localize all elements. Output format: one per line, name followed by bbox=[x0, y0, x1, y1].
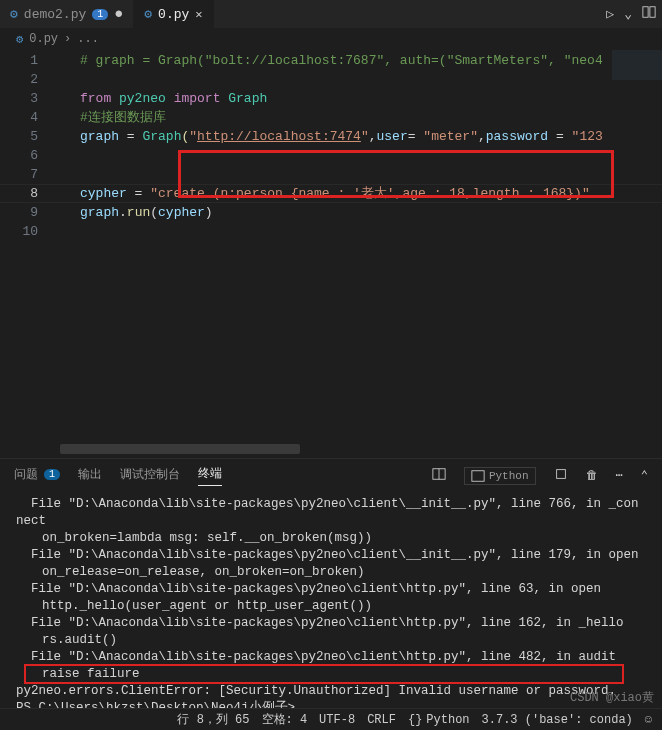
tab-badge: 1 bbox=[92, 9, 108, 20]
breadcrumb-more: ... bbox=[77, 32, 99, 46]
minimap[interactable] bbox=[612, 50, 662, 458]
annotation-box bbox=[178, 150, 614, 198]
tab-label: demo2.py bbox=[24, 7, 86, 22]
status-language[interactable]: {} Python bbox=[408, 713, 470, 727]
code-area[interactable]: # graph = Graph("bolt://localhost:7687",… bbox=[80, 50, 662, 241]
tab-output[interactable]: 输出 bbox=[78, 466, 102, 486]
status-encoding[interactable]: UTF-8 bbox=[319, 713, 355, 727]
curly-icon: {} bbox=[408, 713, 422, 727]
run-button[interactable]: ▷ bbox=[606, 6, 614, 22]
breadcrumb-file: 0.py bbox=[29, 32, 58, 46]
python-file-icon: ⚙ bbox=[10, 6, 18, 22]
horizontal-scrollbar[interactable] bbox=[60, 444, 300, 454]
status-interpreter[interactable]: 3.7.3 ('base': conda) bbox=[482, 713, 633, 727]
feedback-icon[interactable]: ☺ bbox=[645, 713, 652, 727]
status-bar: 行 8，列 65 空格: 4 UTF-8 CRLF {} Python 3.7.… bbox=[0, 708, 662, 730]
chevron-up-icon[interactable]: ⌃ bbox=[641, 468, 648, 483]
tab-problems[interactable]: 问题 1 bbox=[14, 466, 60, 486]
tab-debug-console[interactable]: 调试控制台 bbox=[120, 466, 180, 486]
terminal-output[interactable]: File "D:\Anaconda\lib\site-packages\py2n… bbox=[0, 492, 662, 708]
close-icon[interactable]: ✕ bbox=[195, 7, 202, 22]
editor-actions: ▷ ⌄ bbox=[606, 0, 656, 28]
watermark: CSDN @xiao黄 bbox=[570, 689, 654, 706]
python-file-icon: ⚙ bbox=[144, 6, 152, 22]
panel-tab-bar: 问题 1 输出 调试控制台 终端 Python 🗑 ⋯ ⌃ bbox=[0, 459, 662, 492]
svg-rect-4 bbox=[472, 470, 484, 481]
annotation-box bbox=[24, 664, 624, 684]
tab-bar: ⚙ demo2.py 1 ● ⚙ 0.py ✕ ▷ ⌄ bbox=[0, 0, 662, 28]
tab-label: 0.py bbox=[158, 7, 189, 22]
bottom-panel: 问题 1 输出 调试控制台 终端 Python 🗑 ⋯ ⌃ File "D:\A… bbox=[0, 458, 662, 708]
split-editor-icon[interactable] bbox=[642, 5, 656, 23]
tab-0py[interactable]: ⚙ 0.py ✕ bbox=[134, 0, 213, 28]
dirty-dot-icon: ● bbox=[114, 7, 123, 22]
svg-rect-5 bbox=[556, 469, 565, 478]
kill-terminal-icon[interactable] bbox=[554, 467, 568, 485]
problems-count: 1 bbox=[44, 469, 60, 480]
svg-rect-1 bbox=[650, 7, 655, 18]
terminal-profile-selector[interactable]: Python bbox=[464, 467, 536, 485]
python-file-icon: ⚙ bbox=[16, 32, 23, 47]
tab-terminal[interactable]: 终端 bbox=[198, 465, 222, 486]
line-gutter: 12345678910 bbox=[0, 50, 60, 241]
svg-rect-0 bbox=[643, 7, 648, 18]
more-icon[interactable]: ⋯ bbox=[616, 468, 623, 483]
status-eol[interactable]: CRLF bbox=[367, 713, 396, 727]
status-ln-col[interactable]: 行 8，列 65 bbox=[177, 711, 249, 728]
status-spaces[interactable]: 空格: 4 bbox=[262, 711, 308, 728]
tab-demo2[interactable]: ⚙ demo2.py 1 ● bbox=[0, 0, 134, 28]
code-editor[interactable]: 12345678910 # graph = Graph("bolt://loca… bbox=[0, 50, 662, 458]
trash-icon[interactable]: 🗑 bbox=[586, 468, 598, 483]
chevron-right-icon: › bbox=[64, 32, 71, 46]
breadcrumb[interactable]: ⚙ 0.py › ... bbox=[0, 28, 662, 50]
split-panel-icon[interactable] bbox=[432, 467, 446, 485]
run-chevron-icon[interactable]: ⌄ bbox=[624, 6, 632, 22]
